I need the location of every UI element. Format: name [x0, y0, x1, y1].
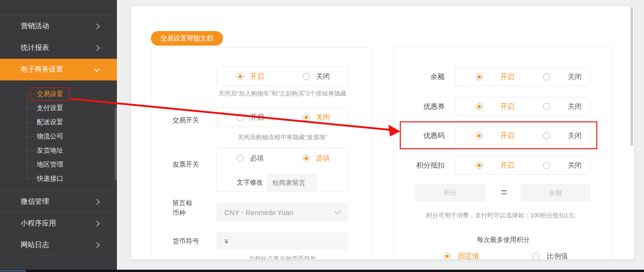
max-points-label: 每次最多使用积分 [394, 236, 612, 244]
balance-off-label: 关闭 [568, 72, 582, 81]
currency-select[interactable]: CNY - Renminbi Yuan [216, 203, 348, 222]
amount-input[interactable] [520, 184, 590, 201]
sidebar-item-marketing[interactable]: 营销活动 [0, 16, 117, 37]
promo-code-off-label: 关闭 [568, 131, 582, 140]
points-deduction-off-label: 关闭 [568, 161, 582, 170]
invoice-switch-help: 关闭后购物流程中将隐藏“发票项” [216, 133, 348, 142]
submenu-item-region-management[interactable]: 地区管理 [0, 158, 117, 172]
points-help: 积分可用于消费，支付时可以选择如：100积分抵扣1元。 [394, 211, 612, 220]
coupon-on-radio[interactable] [476, 103, 483, 110]
ratio-value-option: 比例值 [532, 252, 568, 259]
trade-settings-highlight-box: 交易设置 [30, 88, 70, 101]
sidebar-item-wechat[interactable]: 微信管理 [0, 191, 117, 213]
invoice-switch-options: 开启 关闭 [216, 107, 348, 127]
sidebar-item-label: 小程序应用 [21, 219, 56, 228]
balance-label: 余额 [394, 72, 445, 81]
ratio-value-label: 比例值 [547, 252, 568, 259]
trade-switch-label: 交易开关 [173, 116, 199, 125]
balance-on-radio[interactable] [476, 73, 483, 80]
trade-switch-on-radio[interactable] [237, 73, 244, 80]
currency-label: 币种 [173, 209, 186, 217]
invoice-switch-on-radio[interactable] [237, 114, 244, 121]
sidebar-item-site-logs[interactable]: 网站日志 [0, 234, 117, 256]
message-optional-radio[interactable] [303, 155, 310, 162]
trade-switch-options: 开启 关闭 [216, 66, 348, 86]
balance-options: 开启 关闭 [455, 67, 590, 86]
submenu-item-payment-settings[interactable]: 支付设置 [0, 101, 117, 115]
submenu-item-delivery-settings[interactable]: 配送设置 [0, 115, 117, 129]
fixed-value-label: 固定值 [458, 252, 479, 259]
submenu-item-trade-settings[interactable]: 交易设置 [0, 87, 117, 101]
chevron-right-icon [94, 242, 100, 248]
fixed-value-option: 固定值 [444, 252, 479, 259]
chevron-right-icon [94, 23, 100, 29]
currency-symbol-help: 当前站点显示的货币符号 [216, 255, 348, 259]
promo-code-label: 优惠码 [394, 131, 445, 140]
page: 营销活动 统计报表 电子商务设置 交易设置 支付设置 配送设置 物流公司 [0, 0, 644, 272]
taskbar-accent [0, 270, 26, 272]
content-container: 交易设置帮助文档 交易开关 开启 关闭 关闭后“加入购物车”和“立刻购买”2个按… [131, 6, 634, 259]
chevron-down-icon [334, 208, 341, 215]
sidebar-item-label: 微信管理 [21, 197, 49, 206]
help-doc-button[interactable]: 交易设置帮助文档 [151, 31, 223, 46]
equals-sign: = [492, 184, 516, 201]
message-text-input[interactable] [267, 174, 317, 191]
currency-symbol-label: 货币符号 [173, 237, 199, 246]
message-box-label: 留言框 [173, 199, 192, 208]
trade-switch-help: 关闭后“加入购物车”和“立刻购买”2个按钮将隐藏 [212, 89, 353, 98]
message-optional-label: 选填 [316, 154, 330, 163]
taskbar-edge [0, 270, 644, 272]
invoice-switch-on-label: 开启 [250, 113, 264, 122]
points-input[interactable] [415, 184, 485, 201]
submenu-item-express-interface[interactable]: 快递接口 [0, 172, 117, 186]
invoice-switch-label: 发票开关 [173, 160, 199, 169]
coupon-label: 优惠券 [394, 102, 445, 111]
invoice-switch-off-radio[interactable] [303, 114, 310, 121]
sidebar-item-label: 统计报表 [21, 43, 49, 52]
submenu-item-logistics-company[interactable]: 物流公司 [0, 129, 117, 144]
balance-off-radio[interactable] [543, 73, 550, 80]
trade-switch-on-label: 开启 [250, 72, 264, 81]
ratio-value-radio[interactable] [532, 253, 539, 259]
balance-on-label: 开启 [500, 72, 514, 81]
sidebar-item-reports[interactable]: 统计报表 [0, 37, 117, 59]
promo-code-on-label: 开启 [500, 131, 514, 140]
currency-symbol-input[interactable] [216, 232, 348, 250]
trade-switch-off-label: 关闭 [316, 72, 330, 81]
coupon-off-radio[interactable] [543, 103, 550, 110]
sidebar-submenu: 交易设置 支付设置 配送设置 物流公司 发货地址 地区管理 快递接口 [0, 80, 117, 191]
points-deduction-off-radio[interactable] [543, 162, 550, 169]
sidebar-item-miniprogram[interactable]: 小程序应用 [0, 213, 117, 234]
chevron-right-icon [94, 199, 100, 205]
fixed-value-radio[interactable] [444, 253, 451, 259]
chevron-right-icon [94, 45, 100, 51]
invoice-switch-off-label: 关闭 [316, 113, 330, 122]
message-required-label: 必填 [250, 154, 264, 163]
coupon-on-label: 开启 [500, 102, 514, 111]
points-deduction-options: 开启 关闭 [455, 156, 590, 175]
message-edit-label: 文字修改 [237, 178, 263, 187]
content-scrollbar[interactable] [630, 7, 633, 146]
coupon-off-label: 关闭 [568, 102, 582, 111]
chevron-right-icon [94, 220, 100, 226]
trade-settings-panel: 交易开关 开启 关闭 关闭后“加入购物车”和“立刻购买”2个按钮将隐藏 发票开关… [151, 47, 372, 259]
promo-code-options: 开启 关闭 [455, 126, 590, 145]
sidebar-item-label: 电子商务设置 [21, 65, 63, 74]
chevron-down-icon [94, 66, 100, 72]
promo-code-off-radio[interactable] [543, 132, 550, 139]
promo-code-on-radio[interactable] [476, 132, 483, 139]
sidebar-item-label: 营销活动 [21, 22, 49, 31]
sidebar: 营销活动 统计报表 电子商务设置 交易设置 支付设置 配送设置 物流公司 [0, 0, 117, 270]
submenu-item-shipping-address[interactable]: 发货地址 [0, 144, 117, 158]
coupon-options: 开启 关闭 [455, 97, 590, 116]
points-deduction-on-radio[interactable] [476, 162, 483, 169]
points-deduction-on-label: 开启 [500, 161, 514, 170]
message-required-radio[interactable] [237, 155, 244, 162]
trade-switch-off-radio[interactable] [303, 73, 310, 80]
sidebar-scrollbar[interactable] [115, 107, 117, 181]
sidebar-item-ecommerce-settings[interactable]: 电子商务设置 [0, 59, 117, 80]
sidebar-item-label: 网站日志 [21, 240, 49, 249]
currency-select-value: CNY - Renminbi Yuan [224, 208, 293, 216]
sidebar-top-spacer [0, 0, 117, 16]
message-box-options: 必填 选填 文字修改 [216, 148, 348, 192]
